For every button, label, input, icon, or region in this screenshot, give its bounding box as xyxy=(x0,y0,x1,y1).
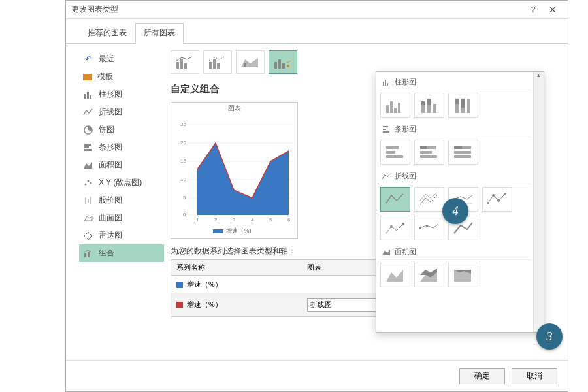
svg-rect-20 xyxy=(209,62,212,69)
sidebar-item-label: 模板 xyxy=(97,71,113,82)
dd-opt-line[interactable] xyxy=(380,187,410,212)
sidebar-item-area[interactable]: 面积图 xyxy=(79,156,164,174)
subtype-stacked-area-column[interactable] xyxy=(236,50,265,74)
dd-opt-line-stacked-markers[interactable] xyxy=(380,216,410,240)
svg-rect-51 xyxy=(386,105,389,113)
select-value: 折线图 xyxy=(310,300,332,310)
svg-rect-59 xyxy=(433,104,436,113)
sidebar-item-stock[interactable]: 股价图 xyxy=(79,191,164,209)
svg-marker-87 xyxy=(382,250,390,255)
titlebar: 更改图表类型 ? ✕ xyxy=(66,1,568,19)
dd-opt-bar-stacked[interactable] xyxy=(414,140,444,165)
svg-point-8 xyxy=(85,183,87,185)
dialog-footer: 确定 取消 xyxy=(66,360,568,391)
subtype-custom-combo[interactable] xyxy=(269,50,297,74)
svg-rect-19 xyxy=(184,63,187,69)
dd-opt-column-stacked[interactable] xyxy=(414,93,444,118)
sidebar-item-surface[interactable]: 曲面图 xyxy=(79,209,164,227)
subtype-clustered-column-line-secondary[interactable] xyxy=(203,50,232,74)
svg-rect-86 xyxy=(426,225,428,227)
sidebar-item-label: X Y (散点图) xyxy=(99,177,142,188)
sidebar-item-combo[interactable]: 组合 xyxy=(79,244,164,262)
sidebar-item-column[interactable]: 柱形图 xyxy=(79,86,164,103)
svg-rect-17 xyxy=(176,62,179,69)
dd-opt-area-100stacked[interactable] xyxy=(448,263,478,287)
svg-rect-70 xyxy=(386,155,403,158)
combo-chart-icon xyxy=(83,248,93,259)
svg-text:4: 4 xyxy=(251,217,254,223)
sidebar-item-label: 面积图 xyxy=(99,159,122,171)
sidebar-item-radar[interactable]: 雷达图 xyxy=(79,227,164,244)
line-chart-icon xyxy=(382,172,391,181)
svg-rect-58 xyxy=(427,99,431,105)
sidebar-item-line[interactable]: 折线图 xyxy=(79,103,164,121)
dd-opt-line-stacked[interactable] xyxy=(414,187,444,212)
dd-opt-bar-100stacked[interactable] xyxy=(448,140,478,165)
sidebar-item-recent[interactable]: ↶最近 xyxy=(79,50,164,68)
recent-icon: ↶ xyxy=(83,54,93,65)
sidebar-item-label: 曲面图 xyxy=(99,212,122,223)
svg-rect-25 xyxy=(274,62,277,69)
dd-opt-bar-clustered[interactable] xyxy=(380,140,410,165)
chart-category-sidebar: ↶最近 模板 柱形图 折线图 饼图 条形图 面积图 X Y (散点图) 股价图 … xyxy=(79,50,164,360)
svg-text:5: 5 xyxy=(183,195,186,201)
help-button[interactable]: ? xyxy=(523,5,543,14)
ok-button[interactable]: 确定 xyxy=(459,368,505,384)
chart-preview-svg: 2520151050 123456 xyxy=(171,113,295,224)
chart-legend: 增速（%） xyxy=(171,227,297,235)
dd-opt-column-clustered[interactable] xyxy=(380,93,410,118)
chart-preview-caption: 图表 xyxy=(171,104,297,113)
scroll-up-icon[interactable]: ▴ xyxy=(534,72,544,81)
annotation-badge-4: 4 xyxy=(442,198,468,224)
tab-all-charts[interactable]: 所有图表 xyxy=(135,23,184,44)
sidebar-item-label: 股价图 xyxy=(99,195,122,206)
svg-rect-4 xyxy=(84,144,91,146)
svg-rect-18 xyxy=(180,59,183,69)
svg-rect-69 xyxy=(386,151,395,154)
close-button[interactable]: ✕ xyxy=(543,5,563,15)
svg-text:15: 15 xyxy=(180,158,186,164)
sidebar-item-pie[interactable]: 饼图 xyxy=(79,121,164,139)
svg-point-9 xyxy=(88,180,90,182)
series-name: 增速（%） xyxy=(187,280,222,289)
sidebar-item-scatter[interactable]: X Y (散点图) xyxy=(79,174,164,191)
subtype-clustered-column-line[interactable] xyxy=(171,50,199,74)
svg-rect-22 xyxy=(217,63,220,69)
dd-opt-area-stacked[interactable] xyxy=(414,263,444,287)
svg-point-79 xyxy=(487,202,489,204)
tab-strip: 推荐的图表 所有图表 xyxy=(66,23,568,44)
svg-point-82 xyxy=(504,193,506,195)
svg-rect-64 xyxy=(467,99,470,113)
dd-opt-line-markers[interactable] xyxy=(482,187,512,212)
tab-recommended[interactable]: 推荐的图表 xyxy=(79,23,135,43)
column-chart-icon xyxy=(83,90,93,100)
scatter-chart-icon xyxy=(83,178,93,188)
pie-chart-icon xyxy=(83,125,93,135)
svg-rect-72 xyxy=(420,146,427,149)
bar-chart-icon xyxy=(382,125,391,134)
svg-rect-48 xyxy=(383,82,384,86)
svg-rect-65 xyxy=(383,126,388,127)
dd-opt-line-100stacked-markers[interactable] xyxy=(414,216,444,240)
svg-rect-53 xyxy=(394,108,397,113)
cancel-button[interactable]: 取消 xyxy=(512,368,557,384)
svg-marker-14 xyxy=(84,232,92,240)
dropdown-scrollbar[interactable]: ▴ xyxy=(533,72,544,332)
line-chart-icon xyxy=(83,107,93,118)
folder-icon xyxy=(83,74,92,80)
svg-text:25: 25 xyxy=(180,122,186,127)
svg-text:3: 3 xyxy=(233,217,236,223)
dd-opt-area[interactable] xyxy=(380,263,410,287)
svg-point-10 xyxy=(90,182,92,184)
svg-rect-27 xyxy=(282,63,285,69)
svg-marker-23 xyxy=(241,58,258,67)
dropdown-section-bar: 条形图 xyxy=(380,122,532,137)
sidebar-item-bar[interactable]: 条形图 xyxy=(79,139,164,156)
svg-rect-52 xyxy=(390,101,393,113)
sidebar-item-templates[interactable]: 模板 xyxy=(79,68,164,86)
change-chart-type-dialog: 更改图表类型 ? ✕ 推荐的图表 所有图表 ↶最近 模板 柱形图 折线图 饼图 … xyxy=(65,0,568,392)
svg-text:10: 10 xyxy=(180,176,186,182)
svg-text:5: 5 xyxy=(269,217,272,223)
svg-marker-88 xyxy=(386,270,403,282)
dd-opt-column-100stacked[interactable] xyxy=(448,93,478,118)
